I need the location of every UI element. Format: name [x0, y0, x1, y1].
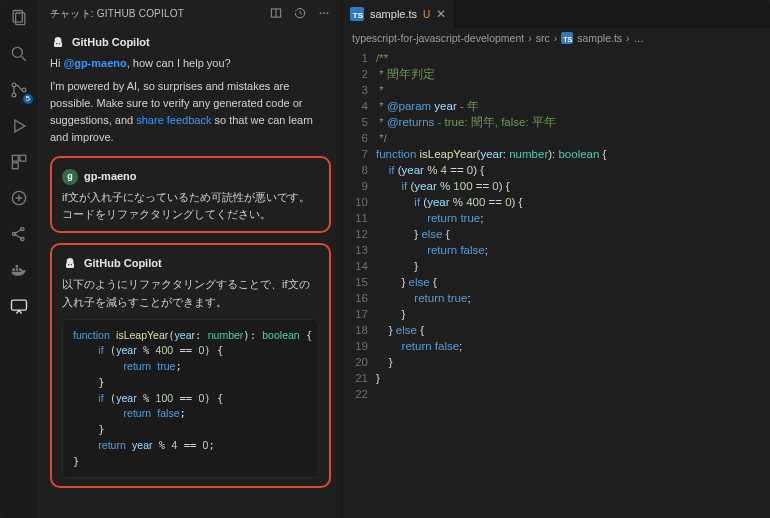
chat-author: GitHub Copilot	[84, 255, 162, 272]
svg-point-3	[12, 83, 16, 87]
code-editor[interactable]: 12345678910111213141516171819202122 /** …	[342, 48, 770, 518]
remote-icon[interactable]	[7, 186, 31, 210]
svg-rect-0	[13, 11, 22, 23]
editor-group: TS sample.ts U ✕ typescript-for-javascri…	[342, 0, 770, 518]
svg-point-19	[320, 12, 322, 14]
search-icon[interactable]	[7, 42, 31, 66]
chat-icon[interactable]	[7, 294, 31, 318]
svg-point-5	[22, 88, 26, 92]
svg-rect-13	[12, 268, 15, 271]
chat-header: チャット: GITHUB COPILOT	[38, 0, 341, 26]
scm-badge: 5	[23, 94, 33, 104]
chat-author: gp-maeno	[84, 168, 137, 185]
svg-rect-8	[12, 163, 18, 169]
history-icon[interactable]	[293, 6, 307, 22]
line-number-gutter: 12345678910111213141516171819202122	[342, 50, 376, 518]
extensions-icon[interactable]	[7, 150, 31, 174]
run-debug-icon[interactable]	[7, 114, 31, 138]
editor-tabs: TS sample.ts U ✕	[342, 0, 770, 28]
copilot-avatar-icon	[50, 35, 66, 51]
crumb[interactable]: typescript-for-javascript-development	[352, 32, 524, 44]
chat-body[interactable]: GitHub Copilot Hi @gp-maeno, how can I h…	[38, 26, 341, 518]
share-feedback-link[interactable]: share feedback	[136, 114, 211, 126]
git-status: U	[423, 9, 430, 20]
activity-bar: 5	[0, 0, 38, 518]
svg-rect-1	[16, 13, 25, 25]
code-content[interactable]: /** * 閏年判定 * * @param year - 年 * @return…	[376, 50, 770, 518]
chat-message-copilot-intro: GitHub Copilot Hi @gp-maeno, how can I h…	[50, 34, 331, 146]
chat-author: GitHub Copilot	[72, 34, 150, 51]
chat-message-copilot-highlighted: GitHub Copilot 以下のようにリファクタリングすることで、if文の入…	[50, 243, 331, 488]
split-icon[interactable]	[269, 6, 283, 22]
crumb[interactable]: src	[536, 32, 550, 44]
mention: @gp-maeno	[63, 57, 126, 69]
svg-rect-17	[12, 300, 27, 310]
chat-code-block[interactable]: function isLeapYear(year: number): boole…	[62, 319, 319, 479]
svg-rect-14	[16, 268, 19, 271]
more-icon[interactable]	[317, 6, 331, 22]
copilot-avatar-icon	[62, 256, 78, 272]
explorer-icon[interactable]	[7, 6, 31, 30]
crumb-more[interactable]: …	[634, 32, 645, 44]
svg-rect-7	[20, 155, 26, 161]
svg-point-21	[327, 12, 329, 14]
editor-tab-sample[interactable]: TS sample.ts U ✕	[342, 0, 455, 28]
chat-message-body: 以下のようにリファクタリングすることで、if文の入れ子を減らすことができます。	[62, 276, 319, 310]
chat-message-user-highlighted: g gp-maeno if文が入れ子になっているため可読性が悪いです。コードをリ…	[50, 156, 331, 233]
breadcrumbs[interactable]: typescript-for-javascript-development› s…	[342, 28, 770, 48]
crumb[interactable]: sample.ts	[577, 32, 622, 44]
scm-icon[interactable]: 5	[7, 78, 31, 102]
svg-point-20	[323, 12, 325, 14]
svg-point-4	[12, 93, 16, 97]
share-icon[interactable]	[7, 222, 31, 246]
ts-file-icon: TS	[561, 32, 573, 44]
user-avatar: g	[62, 169, 78, 185]
svg-rect-16	[16, 265, 19, 268]
chat-title: チャット: GITHUB COPILOT	[50, 7, 184, 21]
ts-file-icon: TS	[350, 7, 364, 21]
docker-icon[interactable]	[7, 258, 31, 282]
tab-filename: sample.ts	[370, 8, 417, 20]
chat-panel: チャット: GITHUB COPILOT GitHub Copilot Hi @…	[38, 0, 342, 518]
chat-message-body: if文が入れ子になっているため可読性が悪いです。コードをリファクタリングしてくだ…	[62, 189, 319, 223]
svg-point-2	[12, 47, 22, 57]
svg-rect-6	[12, 155, 18, 161]
close-icon[interactable]: ✕	[436, 7, 446, 21]
